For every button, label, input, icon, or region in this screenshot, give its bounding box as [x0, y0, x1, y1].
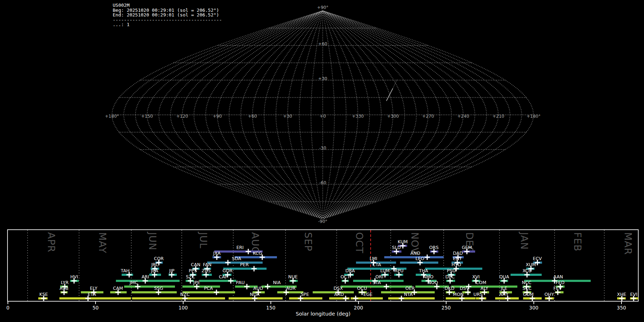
month-label: MAR: [623, 232, 634, 272]
x-axis-tick: [621, 302, 622, 304]
shower-label-CAM: CAM: [113, 286, 123, 291]
shower-label-OHY: OHY: [545, 292, 554, 297]
shower-bar-JMC: [124, 286, 175, 288]
shower-bar-NTA: [388, 297, 435, 299]
shower-label-JXA: JXA: [213, 251, 221, 255]
shower-label-DKD: DKD: [445, 286, 454, 291]
shower-label-JMC: JMC: [130, 280, 138, 285]
x-axis-tick: [183, 302, 184, 304]
shower-label-URS: URS: [473, 292, 483, 297]
shower-label-ERI: ERI: [236, 245, 244, 250]
map-longitude-label: +150: [141, 114, 153, 119]
shower-bar-AND: [384, 256, 444, 258]
map-longitude-label: +120: [176, 114, 188, 119]
shower-label-GUM: GUM: [523, 292, 534, 297]
month-label: APR: [46, 232, 57, 272]
map-latitude-label: +60: [318, 42, 327, 47]
x-axis-tick-label: 250: [441, 305, 451, 311]
shower-bar-DSX: [313, 291, 354, 293]
shower-label-XUM: XUM: [526, 263, 536, 267]
x-axis-tick: [533, 302, 534, 304]
map-longitude-label: +180°: [105, 114, 119, 119]
month-boundary-line: [604, 230, 605, 301]
map-latitude-label: -90°: [318, 219, 327, 224]
month-boundary-line: [499, 230, 500, 301]
shower-label-LYR: LYR: [61, 280, 69, 285]
shower-label-XVI: XVI: [472, 275, 480, 279]
shower-label-GDR: GDR: [223, 269, 233, 273]
map-latitude-label: +90°: [317, 5, 328, 10]
shower-peak-marker-PER: [251, 266, 257, 272]
shower-label-KCG: KCG: [253, 251, 262, 255]
map-latitude-label: -30: [319, 146, 326, 151]
shower-bar-AUR: [277, 291, 303, 293]
shower-peak-marker-SDA: [225, 260, 230, 265]
shower-peak-marker-EGE: [353, 296, 358, 301]
shower-label-ECV: ECV: [533, 257, 542, 261]
shower-bar-PCA: [182, 291, 235, 293]
shower-label-CAP: CAP: [219, 275, 228, 279]
shower-label-PCA: PCA: [204, 286, 213, 291]
shower-label-JPE: JPE: [193, 280, 200, 285]
shower-peak-marker-PCA: [214, 290, 219, 295]
shower-label-JRC: JRC: [151, 263, 158, 267]
shower-bar-JPE: [182, 286, 220, 288]
shower-peak-marker-AND: [424, 255, 430, 260]
shower-bar-SSG: [132, 291, 176, 293]
map-longitude-label: +240: [457, 114, 469, 119]
map-longitude-label: +30: [283, 114, 292, 119]
shower-label-AMO: AMO: [423, 275, 433, 279]
shower-label-PPS: PPS: [189, 269, 197, 273]
shower-label-HYD: HYD: [452, 263, 461, 267]
shower-label-QUA: QUA: [499, 275, 509, 279]
shower-label-DSV: DSV: [460, 286, 469, 291]
shower-label-PSU: PSU: [447, 269, 456, 273]
x-axis-tick: [446, 302, 447, 304]
shower-label-DSX: DSX: [333, 286, 343, 291]
shower-label-KSE: KSE: [39, 292, 48, 297]
shower-label-SSG: SSG: [154, 286, 164, 291]
current-sol-line: [370, 230, 371, 301]
shower-bar-NZC: [132, 297, 225, 299]
shower-label-OER: OER: [405, 286, 415, 291]
x-axis-tick-label: 100: [179, 305, 188, 311]
x-axis-tick-label: 350: [617, 305, 626, 311]
month-label: MAY: [97, 232, 108, 272]
shower-label-SLD: SLD: [392, 245, 401, 250]
month-label: SEP: [303, 232, 314, 272]
map-longitude-label: +270: [422, 114, 434, 119]
shower-bar-ETA: [59, 297, 131, 299]
shower-label-XCB: XCB: [522, 269, 531, 273]
shower-label-PAU: PAU: [236, 280, 245, 285]
shower-label-FAN: FAN: [203, 263, 211, 267]
shower-label-LMI: LMI: [370, 257, 377, 261]
shower-peak-marker-STA: [384, 284, 389, 289]
shower-label-SDA: SDA: [232, 257, 241, 261]
shower-peak-marker-CAP: [228, 278, 233, 284]
month-boundary-line: [79, 230, 79, 301]
shower-label-RPU: RPU: [395, 269, 404, 273]
shower-label-AUD: AUD: [253, 286, 263, 291]
shower-label-STA: STA: [372, 280, 381, 285]
shower-label-ORI: ORI: [375, 275, 383, 279]
sky-radiant-map: +180°+150+120+90+60+30+0+330+300+270+240…: [0, 0, 644, 229]
shower-label-DAD: DAD: [453, 251, 463, 255]
shower-peak-marker-NTA: [399, 296, 404, 301]
shower-label-NOO: NOO: [428, 280, 438, 285]
shower-label-THA: THA: [419, 269, 428, 273]
shower-label-COM: COM: [476, 280, 486, 285]
shower-label-EGE: EGE: [364, 292, 372, 297]
shower-label-EVI: EVI: [630, 292, 637, 297]
x-axis-tick-label: 0: [6, 305, 10, 311]
x-axis-tick-label: 200: [354, 305, 363, 311]
shower-label-LEO: LEO: [415, 257, 424, 261]
map-latitude-label: -60: [319, 180, 326, 185]
shower-label-DPC: DPC: [445, 275, 455, 279]
shower-label-TAH: TAH: [121, 269, 130, 273]
shower-peak-marker-PAU: [244, 284, 249, 289]
month-boundary-line: [131, 230, 132, 301]
shower-label-AVB: AVB: [59, 286, 68, 291]
shower-label-ETA: ETA: [88, 292, 96, 297]
shower-label-DRA: DRA: [345, 269, 355, 273]
x-axis-tick-label: 300: [529, 305, 538, 311]
